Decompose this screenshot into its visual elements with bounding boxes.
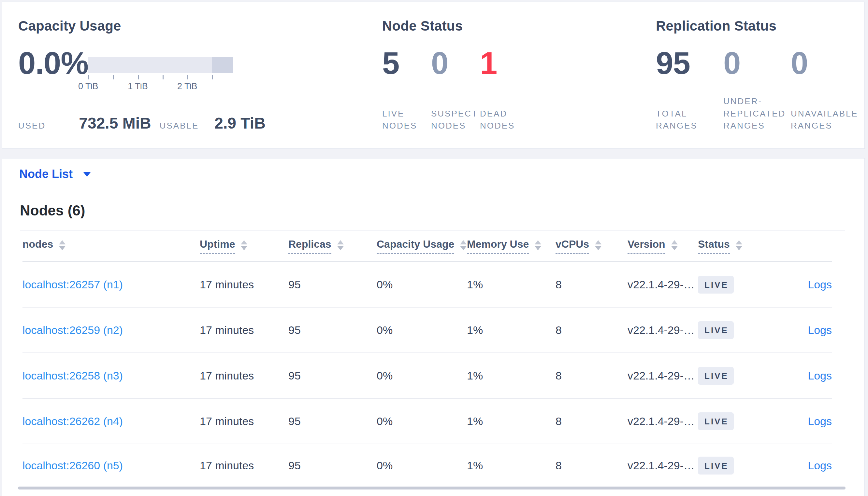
replicas-cell: 95 bbox=[288, 369, 377, 382]
replicas-cell: 95 bbox=[288, 278, 377, 291]
usable-value: 2.9 TiB bbox=[214, 114, 266, 132]
vcpus-cell: 8 bbox=[555, 459, 628, 472]
replicas-cell: 95 bbox=[288, 459, 377, 472]
used-value: 732.5 MiB bbox=[79, 114, 151, 132]
capacity-gauge-chart: 0 TiB 1 TiB 2 TiB bbox=[88, 57, 233, 91]
under-replicated-ranges-stat: 0 UNDER-REPLICATED RANGES bbox=[723, 49, 791, 132]
node-status-title: Node Status bbox=[382, 18, 656, 34]
table-row: localhost:26260 (n5) 17 minutes 95 0% 1%… bbox=[23, 444, 832, 486]
status-badge: LIVE bbox=[698, 412, 734, 430]
live-nodes-value: 5 bbox=[382, 49, 431, 77]
capacity-gauge-axis-labels: 0 TiB 1 TiB 2 TiB bbox=[88, 80, 233, 91]
dead-nodes-stat: 1 DEAD NODES bbox=[480, 49, 529, 132]
nodes-table-section: Nodes (6) nodes Uptime Replicas Capacity… bbox=[2, 190, 864, 490]
column-header-replicas[interactable]: Replicas bbox=[288, 238, 377, 254]
axis-tick-label: 0 TiB bbox=[78, 81, 99, 91]
table-row: localhost:26257 (n1) 17 minutes 95 0% 1%… bbox=[23, 262, 832, 308]
vcpus-cell: 8 bbox=[555, 415, 628, 428]
node-link[interactable]: localhost:26257 (n1) bbox=[23, 278, 200, 291]
version-cell: v22.1.4-29-g… bbox=[628, 415, 698, 428]
uptime-cell: 17 minutes bbox=[200, 369, 288, 382]
memory-use-cell: 1% bbox=[467, 415, 555, 428]
memory-use-cell: 1% bbox=[467, 459, 555, 472]
under-replicated-ranges-value: 0 bbox=[723, 49, 787, 77]
sort-icon bbox=[736, 240, 742, 250]
under-replicated-ranges-label: UNDER-REPLICATED RANGES bbox=[723, 95, 787, 132]
node-link[interactable]: localhost:26258 (n3) bbox=[23, 369, 200, 382]
node-link[interactable]: localhost:26262 (n4) bbox=[23, 415, 200, 428]
column-header-nodes[interactable]: nodes bbox=[23, 238, 200, 254]
capacity-usage-cell: 0% bbox=[377, 324, 467, 337]
column-header-vcpus[interactable]: vCPUs bbox=[555, 238, 628, 254]
replicas-cell: 95 bbox=[288, 324, 377, 337]
unavailable-ranges-stat: 0 UNAVAILABLE RANGES bbox=[791, 49, 858, 132]
version-cell: v22.1.4-29-g… bbox=[628, 459, 698, 472]
sort-icon bbox=[337, 240, 344, 250]
logs-link[interactable]: Logs bbox=[808, 278, 832, 291]
cluster-overview-card: Capacity Usage 0.0% bbox=[2, 2, 865, 149]
capacity-usage-cell: 0% bbox=[377, 415, 467, 428]
nodes-table-title: Nodes (6) bbox=[20, 190, 832, 230]
replication-status-section: Replication Status 95 TOTAL RANGES 0 UND… bbox=[656, 18, 864, 149]
memory-use-cell: 1% bbox=[467, 369, 555, 382]
vcpus-cell: 8 bbox=[555, 324, 628, 337]
total-ranges-stat: 95 TOTAL RANGES bbox=[656, 49, 723, 132]
sort-icon bbox=[460, 240, 467, 250]
uptime-cell: 17 minutes bbox=[200, 278, 288, 291]
dead-nodes-label: DEAD NODES bbox=[480, 108, 529, 132]
chevron-down-icon bbox=[83, 172, 91, 177]
status-badge: LIVE bbox=[698, 276, 734, 294]
dead-nodes-value: 1 bbox=[480, 49, 529, 77]
unavailable-ranges-value: 0 bbox=[791, 49, 854, 77]
column-header-memory-use[interactable]: Memory Use bbox=[467, 238, 555, 254]
sort-icon bbox=[671, 240, 678, 250]
sort-icon bbox=[535, 240, 541, 250]
memory-use-cell: 1% bbox=[467, 278, 555, 291]
node-list-dropdown[interactable]: Node List bbox=[2, 158, 864, 190]
sort-icon bbox=[595, 240, 601, 250]
logs-link[interactable]: Logs bbox=[808, 369, 832, 382]
table-row: localhost:26262 (n4) 17 minutes 95 0% 1%… bbox=[23, 399, 832, 444]
node-link[interactable]: localhost:26260 (n5) bbox=[23, 459, 200, 472]
capacity-usage-cell: 0% bbox=[377, 369, 467, 382]
vcpus-cell: 8 bbox=[555, 278, 628, 291]
capacity-gauge-reserved-segment bbox=[212, 57, 233, 73]
version-cell: v22.1.4-29-g… bbox=[628, 369, 698, 382]
horizontal-scrollbar[interactable] bbox=[18, 486, 845, 490]
logs-link[interactable]: Logs bbox=[808, 415, 832, 428]
replication-status-title: Replication Status bbox=[656, 18, 864, 34]
status-badge: LIVE bbox=[698, 321, 734, 339]
status-badge: LIVE bbox=[698, 367, 734, 385]
capacity-gauge-usable-segment bbox=[88, 57, 212, 73]
axis-tick-label: 2 TiB bbox=[177, 81, 197, 91]
total-ranges-value: 95 bbox=[656, 49, 719, 77]
logs-link[interactable]: Logs bbox=[808, 459, 832, 472]
status-badge: LIVE bbox=[698, 456, 734, 475]
used-label: USED bbox=[18, 121, 46, 131]
column-header-capacity-usage[interactable]: Capacity Usage bbox=[377, 238, 467, 254]
uptime-cell: 17 minutes bbox=[200, 415, 288, 428]
capacity-usage-title: Capacity Usage bbox=[18, 18, 382, 34]
usable-label: USABLE bbox=[160, 121, 199, 131]
capacity-usage-cell: 0% bbox=[377, 278, 467, 291]
total-ranges-label: TOTAL RANGES bbox=[656, 108, 719, 132]
table-row: localhost:26259 (n2) 17 minutes 95 0% 1%… bbox=[23, 308, 832, 353]
vcpus-cell: 8 bbox=[555, 369, 628, 382]
node-status-section: Node Status 5 LIVE NODES 0 SUSPECT NODES… bbox=[382, 18, 656, 149]
unavailable-ranges-label: UNAVAILABLE RANGES bbox=[791, 108, 854, 132]
logs-link[interactable]: Logs bbox=[808, 324, 832, 337]
suspect-nodes-label: SUSPECT NODES bbox=[431, 108, 480, 132]
sort-icon bbox=[241, 240, 247, 250]
sort-icon bbox=[59, 240, 65, 250]
version-cell: v22.1.4-29-g… bbox=[628, 278, 698, 291]
node-list-dropdown-label: Node List bbox=[19, 167, 73, 181]
nodes-table-header-row: nodes Uptime Replicas Capacity Usage Mem… bbox=[23, 231, 832, 262]
node-link[interactable]: localhost:26259 (n2) bbox=[23, 324, 200, 337]
capacity-percent-value: 0.0% bbox=[18, 49, 88, 77]
uptime-cell: 17 minutes bbox=[200, 324, 288, 337]
live-nodes-stat: 5 LIVE NODES bbox=[382, 49, 431, 132]
capacity-gauge-bar bbox=[88, 57, 233, 73]
column-header-uptime[interactable]: Uptime bbox=[200, 238, 288, 254]
column-header-status[interactable]: Status bbox=[698, 238, 773, 254]
column-header-version[interactable]: Version bbox=[628, 238, 698, 254]
